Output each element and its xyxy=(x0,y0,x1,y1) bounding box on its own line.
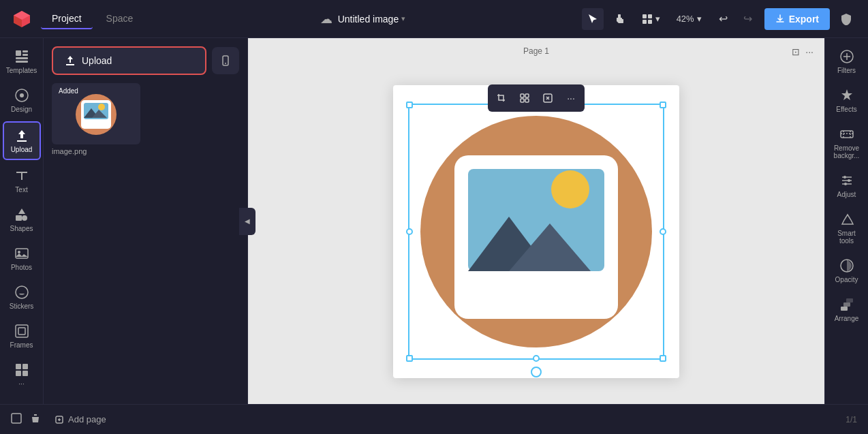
sidebar-item-photos[interactable]: Photos xyxy=(3,241,41,277)
sidebar-item-frames[interactable]: Frames xyxy=(3,318,41,354)
replace-tool-button[interactable] xyxy=(537,87,559,109)
handle-top-left[interactable] xyxy=(406,102,413,108)
svg-rect-51 xyxy=(841,307,848,311)
upload-panel: Upload Added xyxy=(44,38,248,404)
canvas-page xyxy=(393,85,679,378)
upload-button[interactable]: Upload xyxy=(52,46,206,75)
zoom-button[interactable]: 42% ▾ xyxy=(671,11,707,27)
sidebar-item-label: Stickers xyxy=(10,303,34,310)
svg-rect-1 xyxy=(648,14,652,18)
svg-point-47 xyxy=(843,176,846,179)
handle-bottom-right[interactable] xyxy=(660,355,666,362)
right-panel-label: Adjust xyxy=(837,191,856,198)
svg-rect-22 xyxy=(22,371,28,376)
header-left: Project Space xyxy=(11,8,144,30)
svg-rect-52 xyxy=(843,303,850,307)
right-panel-label: Arrange xyxy=(835,315,859,322)
list-item[interactable]: Added xyxy=(52,83,140,155)
svg-point-43 xyxy=(551,170,589,208)
shield-button[interactable] xyxy=(835,8,857,30)
right-panel: Filters Effects Remove backgr... Adjust … xyxy=(824,38,868,404)
layout-button[interactable]: ▾ xyxy=(636,11,666,27)
undo-button[interactable]: ↩ xyxy=(713,8,734,30)
sidebar-item-label: Text xyxy=(15,186,27,193)
grid-tool-button[interactable] xyxy=(514,87,536,109)
header: Project Space ☁ Untitled image ▾ ▾ 42% ▾… xyxy=(0,0,868,38)
add-page-button[interactable]: Add page xyxy=(49,412,112,427)
delete-page-button[interactable] xyxy=(30,413,41,426)
crop-tool-button[interactable] xyxy=(491,87,512,109)
svg-point-16 xyxy=(16,286,28,298)
sidebar-item-design[interactable]: Design xyxy=(3,82,41,119)
svg-rect-6 xyxy=(22,54,28,56)
svg-rect-34 xyxy=(521,99,524,102)
handle-bottom-left[interactable] xyxy=(406,355,413,362)
doc-title[interactable]: Untitled image ▾ xyxy=(338,14,406,25)
logo[interactable] xyxy=(11,8,33,30)
svg-rect-4 xyxy=(16,50,21,56)
svg-rect-32 xyxy=(521,94,524,97)
right-panel-label: Opacity xyxy=(835,276,858,283)
added-badge: Added xyxy=(55,86,82,96)
svg-rect-53 xyxy=(846,298,853,303)
handle-middle-left[interactable] xyxy=(406,228,413,235)
sidebar-item-label: Shapes xyxy=(10,225,33,232)
sidebar-item-more[interactable]: ··· xyxy=(3,357,41,393)
sidebar-item-label: Upload xyxy=(11,146,33,153)
chevron-down-icon: ▾ xyxy=(401,14,405,23)
svg-rect-19 xyxy=(16,364,21,369)
canvas-image-element[interactable] xyxy=(414,109,659,354)
mobile-button[interactable] xyxy=(212,47,239,74)
right-panel-filters[interactable]: Filters xyxy=(828,44,866,80)
header-center: ☁ Untitled image ▾ xyxy=(320,12,406,27)
page-expand-button[interactable]: ⊡ xyxy=(792,46,800,57)
undo-redo-group: ↩ ↪ xyxy=(713,8,759,30)
handle-bottom-middle[interactable] xyxy=(533,355,540,362)
sidebar-item-stickers[interactable]: Stickers xyxy=(3,279,41,315)
page-actions: ⊡ ··· xyxy=(792,46,813,57)
left-sidebar: Templates Design Upload Text Shapes Phot… xyxy=(0,38,44,404)
right-panel-arrange[interactable]: Arrange xyxy=(828,292,866,328)
sidebar-item-text[interactable]: Text xyxy=(3,163,41,199)
svg-point-10 xyxy=(20,93,24,97)
right-panel-label: Filters xyxy=(837,67,856,74)
right-panel-label: Effects xyxy=(836,106,856,113)
handle-middle-right[interactable] xyxy=(660,228,666,235)
page-more-button[interactable]: ··· xyxy=(805,46,813,57)
svg-point-49 xyxy=(844,183,847,185)
sidebar-item-upload[interactable]: Upload xyxy=(3,121,41,160)
sidebar-item-shapes[interactable]: Shapes xyxy=(3,202,41,238)
right-panel-opacity[interactable]: Opacity xyxy=(828,253,866,289)
handle-top-right[interactable] xyxy=(660,102,666,108)
panel-collapse-button[interactable]: ◀ xyxy=(239,208,255,235)
svg-point-24 xyxy=(225,63,226,64)
cloud-icon: ☁ xyxy=(320,12,332,27)
sidebar-item-templates[interactable]: Templates xyxy=(3,44,41,80)
select-tool-button[interactable] xyxy=(582,8,604,30)
svg-point-30 xyxy=(98,104,105,110)
svg-rect-44 xyxy=(468,273,604,307)
right-panel-adjust[interactable]: Adjust xyxy=(828,168,866,204)
element-toolbar: ··· xyxy=(488,84,585,112)
sidebar-item-label: ··· xyxy=(18,380,24,388)
right-panel-smart-tools[interactable]: Smart tools xyxy=(828,206,866,250)
right-panel-effects[interactable]: Effects xyxy=(828,82,866,119)
export-button[interactable]: Export xyxy=(764,8,830,30)
redo-button[interactable]: ↪ xyxy=(737,8,759,30)
hand-tool-button[interactable] xyxy=(609,8,631,30)
more-tool-button[interactable]: ··· xyxy=(560,87,582,109)
image-thumbnail[interactable]: Added xyxy=(52,83,140,144)
svg-rect-46 xyxy=(841,131,853,138)
right-panel-remove-bg[interactable]: Remove backgr... xyxy=(828,121,866,165)
tab-project[interactable]: Project xyxy=(41,9,93,29)
right-panel-label: Remove backgr... xyxy=(831,144,863,159)
image-grid: Added xyxy=(52,83,239,155)
canvas-area: Page 1 ⊡ ··· ··· xyxy=(248,38,824,404)
image-name: image.png xyxy=(52,147,140,155)
sidebar-item-label: Frames xyxy=(10,341,33,349)
page-thumbnail-button[interactable] xyxy=(11,413,22,426)
chevron-down-icon: ▾ xyxy=(655,14,660,24)
rotate-handle[interactable] xyxy=(531,367,542,377)
svg-point-48 xyxy=(848,179,850,182)
tab-space[interactable]: Space xyxy=(95,9,144,29)
